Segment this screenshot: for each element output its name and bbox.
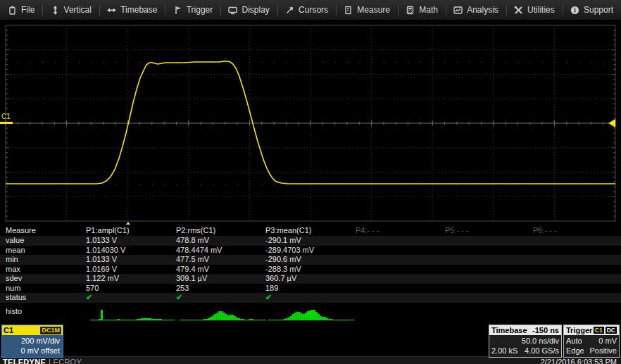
channel-c1-box[interactable]: C1 DC1M 200 mV/div 0 mV offset bbox=[1, 325, 63, 358]
num-p2: 253 bbox=[176, 284, 265, 294]
menu-item-label: Cursors bbox=[299, 5, 328, 15]
menu-item-trigger[interactable]: Trigger bbox=[165, 0, 221, 20]
status-check-p2: ✔ bbox=[176, 293, 265, 303]
col-p6[interactable]: P6:- - - bbox=[533, 226, 621, 236]
histogram-p2 bbox=[180, 303, 266, 320]
value-p1: 1.0133 V bbox=[86, 236, 176, 246]
menu-item-cursors[interactable]: Cursors bbox=[277, 0, 336, 20]
max-p3: -288.3 mV bbox=[265, 265, 356, 275]
table-row-value: value 1.0133 V 478.8 mV -290.1 mV bbox=[0, 236, 621, 246]
menu-item-timebase[interactable]: Timebase bbox=[99, 0, 165, 20]
menu-item-math[interactable]: Math bbox=[398, 0, 446, 20]
table-row-min: min 1.0133 V 477.5 mV -290.6 mV bbox=[0, 255, 621, 265]
menu-item-analysis[interactable]: Analysis bbox=[446, 0, 506, 20]
menu-item-label: Support bbox=[584, 5, 613, 15]
col-p3[interactable]: P3:mean(C1) bbox=[265, 226, 356, 236]
status-check-p3: ✔ bbox=[265, 293, 356, 303]
measure-table: Measure P1:ampl(C1) P2:rms(C1) P3:mean(C… bbox=[0, 225, 621, 324]
table-row-mean: mean 1.014030 V 478.4474 mV -289.4703 mV bbox=[0, 246, 621, 256]
trigger-title: Trigger bbox=[566, 326, 592, 334]
timebase-box[interactable]: Timebase -150 ns 50.0 ns/div 2.00 kS 4.0… bbox=[489, 325, 562, 358]
file-icon bbox=[8, 6, 17, 15]
table-row-max: max 1.0169 V 479.4 mV -288.3 mV bbox=[0, 265, 621, 275]
measure-table-header: Measure P1:ampl(C1) P2:rms(C1) P3:mean(C… bbox=[0, 226, 621, 236]
channel-name: C1 bbox=[4, 326, 13, 334]
utilities-icon bbox=[514, 6, 523, 15]
table-row-histo: histo bbox=[0, 303, 621, 321]
menu-bar: FileVerticalTimebaseTriggerDisplayCursor… bbox=[0, 0, 621, 20]
menu-item-measure[interactable]: Measure bbox=[336, 0, 398, 20]
menu-item-utilities[interactable]: Utilities bbox=[506, 0, 563, 20]
menu-item-label: Display bbox=[242, 5, 269, 15]
menu-item-label: Math bbox=[419, 5, 438, 15]
brand-logo: TELEDYNE LECROY bbox=[0, 358, 82, 364]
support-icon bbox=[570, 6, 579, 15]
menu-item-label: Timebase bbox=[120, 5, 157, 15]
row-label: mean bbox=[0, 246, 86, 256]
min-p1: 1.0133 V bbox=[86, 255, 176, 265]
c1-trace-label: C1 bbox=[1, 113, 11, 120]
cursors-icon bbox=[285, 6, 294, 15]
trigger-slope: Positive bbox=[589, 346, 617, 356]
value-p3: -290.1 mV bbox=[265, 236, 356, 246]
vertical-icon bbox=[51, 6, 60, 15]
col-p4[interactable]: P4:- - - bbox=[356, 226, 445, 236]
menu-item-label: Trigger bbox=[187, 5, 213, 15]
col-measure: Measure bbox=[0, 226, 86, 236]
trigger-box[interactable]: Trigger C1 DC Auto 0 mV Edge Positive bbox=[563, 325, 620, 358]
row-label: min bbox=[0, 255, 86, 265]
sdev-p3: 360.7 µV bbox=[265, 274, 356, 284]
mean-p1: 1.014030 V bbox=[86, 246, 176, 256]
trigger-coupling-badge: DC bbox=[606, 327, 617, 334]
max-p1: 1.0169 V bbox=[86, 265, 176, 275]
timebase-samplerate: 4.00 GS/s bbox=[525, 346, 559, 356]
brand-lecroy: LECROY bbox=[49, 358, 82, 364]
timebase-scale: 50.0 ns/div bbox=[522, 336, 559, 346]
datetime: 2/21/2016 6:03:53 PM bbox=[541, 358, 621, 364]
col-p5[interactable]: P5:- - - bbox=[445, 226, 533, 236]
timebase-title: Timebase bbox=[491, 326, 527, 334]
c1-zero-level-marker[interactable] bbox=[0, 122, 13, 124]
row-label: sdev bbox=[0, 274, 86, 284]
mean-p3: -289.4703 mV bbox=[265, 246, 356, 256]
trigger-type: Edge bbox=[566, 346, 584, 356]
math-icon bbox=[406, 6, 415, 15]
table-row-num: num 570 253 189 bbox=[0, 284, 621, 294]
menu-item-support[interactable]: Support bbox=[563, 0, 621, 20]
timebase-icon bbox=[107, 6, 116, 15]
col-p2[interactable]: P2:rms(C1) bbox=[176, 226, 265, 236]
histogram-p1 bbox=[90, 303, 175, 320]
channel-offset: 0 mV offset bbox=[2, 346, 60, 356]
menu-item-label: Vertical bbox=[64, 5, 92, 15]
table-row-sdev: sdev 1.122 mV 309.1 µV 360.7 µV bbox=[0, 274, 621, 284]
row-label: histo bbox=[0, 307, 86, 317]
channel-scale: 200 mV/div bbox=[2, 336, 60, 346]
channel-coupling-badge: DC1M bbox=[40, 327, 61, 334]
oscilloscope-screen: FileVerticalTimebaseTriggerDisplayCursor… bbox=[0, 0, 621, 364]
menu-item-label: Measure bbox=[357, 5, 390, 15]
row-label: value bbox=[0, 236, 86, 246]
row-label: status bbox=[0, 293, 86, 303]
value-p2: 478.8 mV bbox=[176, 236, 265, 246]
table-row-status: status ✔ ✔ ✔ bbox=[0, 293, 621, 303]
menu-item-label: Analysis bbox=[467, 5, 498, 15]
num-p1: 570 bbox=[86, 284, 176, 294]
timebase-samples: 2.00 kS bbox=[491, 346, 518, 356]
measure-icon bbox=[344, 6, 353, 15]
menu-item-vertical[interactable]: Vertical bbox=[43, 0, 99, 20]
col-p1[interactable]: P1:ampl(C1) bbox=[86, 226, 176, 236]
display-icon bbox=[228, 6, 237, 15]
menu-item-display[interactable]: Display bbox=[220, 0, 277, 20]
trigger-level: 0 mV bbox=[598, 336, 617, 346]
trigger-mode: Auto bbox=[566, 336, 582, 346]
min-p2: 477.5 mV bbox=[176, 255, 265, 265]
trigger-icon bbox=[173, 6, 182, 15]
timebase-delay: -150 ns bbox=[532, 326, 559, 334]
trigger-time-marker[interactable] bbox=[124, 222, 132, 225]
menu-item-label: Utilities bbox=[527, 5, 555, 15]
descriptor-box-row: C1 DC1M 200 mV/div 0 mV offset Timebase … bbox=[0, 324, 621, 356]
mean-p2: 478.4474 mV bbox=[176, 246, 265, 256]
analysis-icon bbox=[453, 6, 463, 15]
menu-item-label: File bbox=[21, 5, 34, 15]
menu-item-file[interactable]: File bbox=[0, 0, 42, 20]
